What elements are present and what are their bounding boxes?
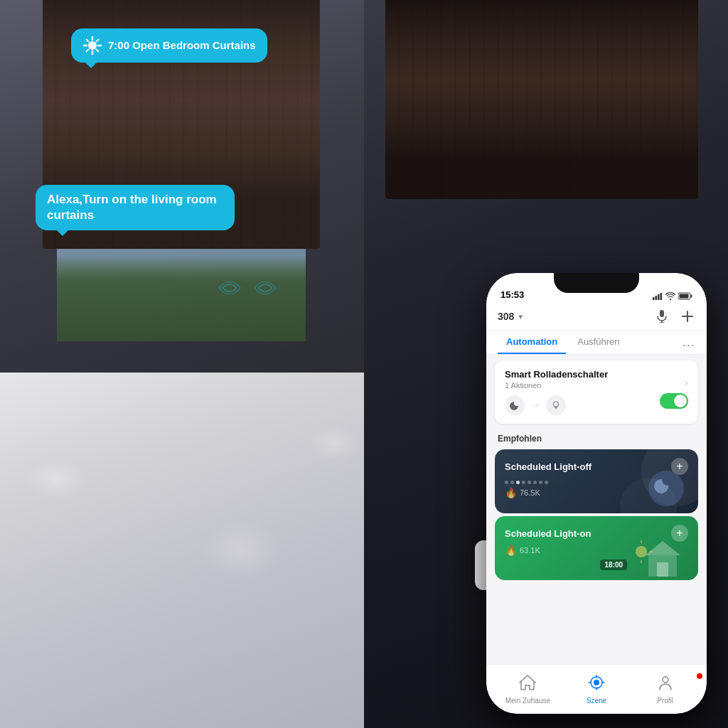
automation-subtitle: 1 Aktionen bbox=[505, 381, 608, 390]
nav-home-label: Mein Zuhause bbox=[505, 697, 550, 705]
header-actions bbox=[654, 309, 695, 324]
automation-flow: → bbox=[505, 395, 608, 415]
svg-line-8 bbox=[87, 50, 89, 52]
bottom-nav: Mein Zuhause bbox=[486, 664, 707, 714]
room-selector[interactable]: 308 ▼ bbox=[498, 311, 524, 322]
card2-title: Scheduled Light-on bbox=[505, 528, 591, 539]
clock-flow-icon bbox=[505, 395, 525, 415]
automation-title: Smart Rolladenschalter bbox=[505, 369, 608, 380]
flow-arrow-icon: → bbox=[530, 400, 540, 411]
status-time: 15:53 bbox=[500, 289, 524, 300]
svg-rect-14 bbox=[691, 295, 692, 298]
svg-line-6 bbox=[97, 50, 99, 52]
card-light-on[interactable]: Scheduled Light-on + bbox=[495, 516, 698, 580]
svg-marker-22 bbox=[645, 541, 680, 555]
phone-screen: 15:53 bbox=[486, 273, 707, 714]
svg-rect-9 bbox=[653, 297, 655, 300]
bed-area bbox=[0, 373, 364, 728]
right-curtain bbox=[385, 0, 698, 199]
wifi-status-icon bbox=[665, 292, 675, 300]
battery-icon bbox=[678, 292, 692, 300]
morning-tooltip: 7:00 Open Bedroom Curtains bbox=[71, 28, 267, 63]
app-tabs: Automation Ausführen ... bbox=[486, 331, 707, 355]
tab-ausfuhren[interactable]: Ausführen bbox=[569, 331, 628, 354]
card-light-off[interactable]: Scheduled Light-off + bbox=[495, 449, 698, 513]
automation-toggle[interactable] bbox=[660, 393, 688, 409]
svg-line-5 bbox=[87, 40, 89, 42]
svg-rect-11 bbox=[658, 294, 660, 300]
card1-title: Scheduled Light-off bbox=[505, 461, 592, 472]
tab-automation[interactable]: Automation bbox=[498, 331, 566, 354]
main-background: 7:00 Open Bedroom Curtains Alexa,Turn on… bbox=[0, 0, 728, 728]
automation-chevron: › bbox=[685, 376, 688, 389]
wifi-left bbox=[208, 270, 244, 309]
alexa-text: Alexa,Turn on the living room curtains bbox=[47, 192, 223, 223]
nav-profile-label: Profil bbox=[657, 697, 673, 705]
wifi-right bbox=[251, 270, 287, 309]
left-panel: 7:00 Open Bedroom Curtains Alexa,Turn on… bbox=[0, 0, 364, 728]
section-empfohlen-label: Empfohlen bbox=[486, 429, 707, 446]
card1-moon-icon bbox=[648, 471, 684, 506]
svg-point-25 bbox=[636, 546, 647, 557]
morning-tooltip-text: 7:00 Open Bedroom Curtains bbox=[108, 38, 256, 53]
nav-scene[interactable]: Szene bbox=[562, 675, 631, 705]
svg-line-7 bbox=[97, 40, 99, 42]
nav-profile[interactable]: Profil bbox=[631, 675, 700, 705]
bulb-flow-icon bbox=[546, 395, 566, 415]
sun-icon bbox=[82, 36, 102, 55]
automation-item[interactable]: Smart Rolladenschalter 1 Aktionen bbox=[495, 360, 698, 424]
nav-scene-label: Szene bbox=[587, 697, 606, 705]
right-panel: 22:00 Close Bedroom Curtains 15:53 bbox=[364, 0, 728, 728]
status-icons bbox=[653, 292, 692, 300]
alexa-tooltip: Alexa,Turn on the living room curtains bbox=[36, 185, 235, 230]
svg-rect-10 bbox=[655, 296, 658, 300]
signal-icon bbox=[653, 292, 663, 300]
microphone-icon[interactable] bbox=[654, 309, 670, 324]
home-icon bbox=[519, 675, 536, 695]
svg-point-36 bbox=[663, 677, 668, 682]
svg-rect-24 bbox=[657, 562, 668, 577]
svg-point-30 bbox=[594, 680, 599, 685]
phone-frame: 15:53 bbox=[486, 273, 707, 714]
scene-icon bbox=[588, 675, 605, 695]
nav-home[interactable]: Mein Zuhause bbox=[493, 675, 562, 705]
tabs-more[interactable]: ... bbox=[682, 331, 695, 354]
svg-rect-16 bbox=[660, 310, 664, 317]
svg-point-21 bbox=[554, 402, 559, 407]
app-header: 308 ▼ bbox=[486, 304, 707, 331]
phone-notch bbox=[554, 273, 639, 293]
phone-mockup: 15:53 bbox=[486, 273, 707, 714]
card2-house-icon bbox=[634, 537, 691, 580]
card2-time-badge: 18:00 bbox=[600, 560, 627, 570]
svg-rect-15 bbox=[680, 294, 689, 299]
svg-point-0 bbox=[88, 41, 97, 50]
automation-item-info: Smart Rolladenschalter 1 Aktionen bbox=[505, 369, 608, 415]
svg-rect-12 bbox=[660, 293, 663, 300]
add-icon[interactable] bbox=[680, 309, 695, 324]
profile-icon bbox=[658, 675, 673, 695]
